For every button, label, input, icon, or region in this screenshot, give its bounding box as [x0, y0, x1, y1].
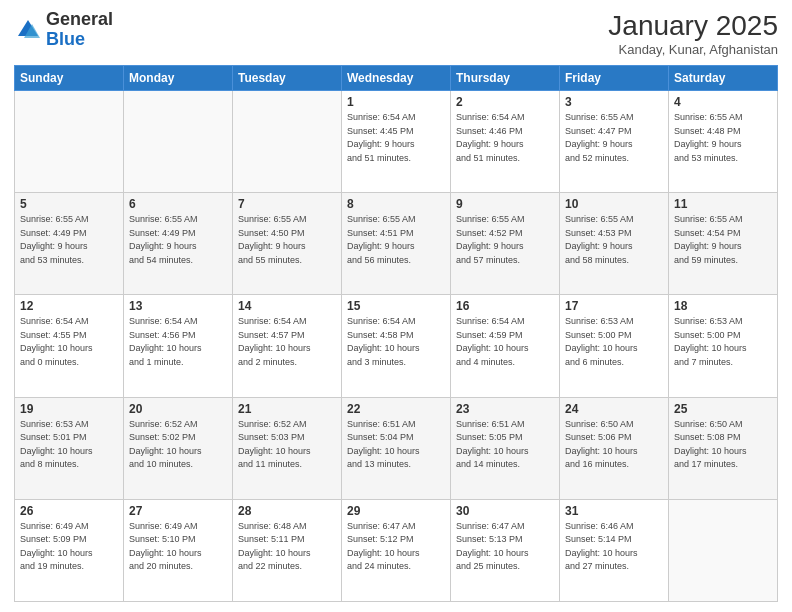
day-info: Sunrise: 6:55 AM Sunset: 4:49 PM Dayligh… [129, 213, 227, 267]
day-info: Sunrise: 6:55 AM Sunset: 4:54 PM Dayligh… [674, 213, 772, 267]
day-info: Sunrise: 6:55 AM Sunset: 4:52 PM Dayligh… [456, 213, 554, 267]
day-number: 28 [238, 504, 336, 518]
day-info: Sunrise: 6:54 AM Sunset: 4:46 PM Dayligh… [456, 111, 554, 165]
day-info: Sunrise: 6:55 AM Sunset: 4:48 PM Dayligh… [674, 111, 772, 165]
calendar-cell: 9Sunrise: 6:55 AM Sunset: 4:52 PM Daylig… [451, 193, 560, 295]
day-info: Sunrise: 6:54 AM Sunset: 4:56 PM Dayligh… [129, 315, 227, 369]
day-info: Sunrise: 6:50 AM Sunset: 5:08 PM Dayligh… [674, 418, 772, 472]
week-row-4: 19Sunrise: 6:53 AM Sunset: 5:01 PM Dayli… [15, 397, 778, 499]
title-block: January 2025 Kanday, Kunar, Afghanistan [608, 10, 778, 57]
logo-text: General Blue [46, 10, 113, 50]
day-info: Sunrise: 6:54 AM Sunset: 4:45 PM Dayligh… [347, 111, 445, 165]
day-number: 25 [674, 402, 772, 416]
day-info: Sunrise: 6:51 AM Sunset: 5:04 PM Dayligh… [347, 418, 445, 472]
day-info: Sunrise: 6:54 AM Sunset: 4:55 PM Dayligh… [20, 315, 118, 369]
day-number: 9 [456, 197, 554, 211]
weekday-header-sunday: Sunday [15, 66, 124, 91]
calendar-cell: 10Sunrise: 6:55 AM Sunset: 4:53 PM Dayli… [560, 193, 669, 295]
weekday-header-row: SundayMondayTuesdayWednesdayThursdayFrid… [15, 66, 778, 91]
day-info: Sunrise: 6:54 AM Sunset: 4:59 PM Dayligh… [456, 315, 554, 369]
day-info: Sunrise: 6:55 AM Sunset: 4:51 PM Dayligh… [347, 213, 445, 267]
weekday-header-tuesday: Tuesday [233, 66, 342, 91]
calendar-cell: 18Sunrise: 6:53 AM Sunset: 5:00 PM Dayli… [669, 295, 778, 397]
calendar-subtitle: Kanday, Kunar, Afghanistan [608, 42, 778, 57]
day-number: 7 [238, 197, 336, 211]
day-number: 20 [129, 402, 227, 416]
day-number: 12 [20, 299, 118, 313]
day-number: 11 [674, 197, 772, 211]
weekday-header-thursday: Thursday [451, 66, 560, 91]
calendar-cell: 3Sunrise: 6:55 AM Sunset: 4:47 PM Daylig… [560, 91, 669, 193]
calendar-cell: 19Sunrise: 6:53 AM Sunset: 5:01 PM Dayli… [15, 397, 124, 499]
day-info: Sunrise: 6:52 AM Sunset: 5:02 PM Dayligh… [129, 418, 227, 472]
day-number: 2 [456, 95, 554, 109]
day-number: 4 [674, 95, 772, 109]
calendar-cell [233, 91, 342, 193]
day-info: Sunrise: 6:47 AM Sunset: 5:13 PM Dayligh… [456, 520, 554, 574]
calendar-cell: 24Sunrise: 6:50 AM Sunset: 5:06 PM Dayli… [560, 397, 669, 499]
day-number: 27 [129, 504, 227, 518]
day-info: Sunrise: 6:53 AM Sunset: 5:00 PM Dayligh… [565, 315, 663, 369]
day-number: 22 [347, 402, 445, 416]
day-info: Sunrise: 6:55 AM Sunset: 4:53 PM Dayligh… [565, 213, 663, 267]
calendar-cell: 7Sunrise: 6:55 AM Sunset: 4:50 PM Daylig… [233, 193, 342, 295]
calendar-title: January 2025 [608, 10, 778, 42]
page: General Blue January 2025 Kanday, Kunar,… [0, 0, 792, 612]
day-number: 5 [20, 197, 118, 211]
day-info: Sunrise: 6:55 AM Sunset: 4:47 PM Dayligh… [565, 111, 663, 165]
calendar-cell: 16Sunrise: 6:54 AM Sunset: 4:59 PM Dayli… [451, 295, 560, 397]
day-number: 26 [20, 504, 118, 518]
calendar-cell [669, 499, 778, 601]
day-number: 30 [456, 504, 554, 518]
calendar-cell: 12Sunrise: 6:54 AM Sunset: 4:55 PM Dayli… [15, 295, 124, 397]
calendar-cell [15, 91, 124, 193]
calendar-cell: 8Sunrise: 6:55 AM Sunset: 4:51 PM Daylig… [342, 193, 451, 295]
day-number: 29 [347, 504, 445, 518]
day-number: 8 [347, 197, 445, 211]
header: General Blue January 2025 Kanday, Kunar,… [14, 10, 778, 57]
calendar-cell: 22Sunrise: 6:51 AM Sunset: 5:04 PM Dayli… [342, 397, 451, 499]
day-info: Sunrise: 6:47 AM Sunset: 5:12 PM Dayligh… [347, 520, 445, 574]
calendar-cell: 13Sunrise: 6:54 AM Sunset: 4:56 PM Dayli… [124, 295, 233, 397]
day-info: Sunrise: 6:53 AM Sunset: 5:00 PM Dayligh… [674, 315, 772, 369]
calendar-cell: 29Sunrise: 6:47 AM Sunset: 5:12 PM Dayli… [342, 499, 451, 601]
day-number: 17 [565, 299, 663, 313]
day-info: Sunrise: 6:53 AM Sunset: 5:01 PM Dayligh… [20, 418, 118, 472]
day-number: 24 [565, 402, 663, 416]
calendar-cell: 25Sunrise: 6:50 AM Sunset: 5:08 PM Dayli… [669, 397, 778, 499]
weekday-header-saturday: Saturday [669, 66, 778, 91]
calendar-cell: 4Sunrise: 6:55 AM Sunset: 4:48 PM Daylig… [669, 91, 778, 193]
day-number: 23 [456, 402, 554, 416]
logo: General Blue [14, 10, 113, 50]
day-info: Sunrise: 6:48 AM Sunset: 5:11 PM Dayligh… [238, 520, 336, 574]
day-number: 10 [565, 197, 663, 211]
week-row-5: 26Sunrise: 6:49 AM Sunset: 5:09 PM Dayli… [15, 499, 778, 601]
calendar-cell: 26Sunrise: 6:49 AM Sunset: 5:09 PM Dayli… [15, 499, 124, 601]
day-info: Sunrise: 6:55 AM Sunset: 4:49 PM Dayligh… [20, 213, 118, 267]
calendar-cell: 5Sunrise: 6:55 AM Sunset: 4:49 PM Daylig… [15, 193, 124, 295]
day-number: 31 [565, 504, 663, 518]
calendar-cell: 1Sunrise: 6:54 AM Sunset: 4:45 PM Daylig… [342, 91, 451, 193]
week-row-1: 1Sunrise: 6:54 AM Sunset: 4:45 PM Daylig… [15, 91, 778, 193]
day-info: Sunrise: 6:54 AM Sunset: 4:57 PM Dayligh… [238, 315, 336, 369]
calendar-cell: 15Sunrise: 6:54 AM Sunset: 4:58 PM Dayli… [342, 295, 451, 397]
calendar-cell: 14Sunrise: 6:54 AM Sunset: 4:57 PM Dayli… [233, 295, 342, 397]
calendar-cell: 28Sunrise: 6:48 AM Sunset: 5:11 PM Dayli… [233, 499, 342, 601]
day-info: Sunrise: 6:55 AM Sunset: 4:50 PM Dayligh… [238, 213, 336, 267]
day-info: Sunrise: 6:46 AM Sunset: 5:14 PM Dayligh… [565, 520, 663, 574]
day-info: Sunrise: 6:49 AM Sunset: 5:09 PM Dayligh… [20, 520, 118, 574]
day-info: Sunrise: 6:54 AM Sunset: 4:58 PM Dayligh… [347, 315, 445, 369]
day-info: Sunrise: 6:52 AM Sunset: 5:03 PM Dayligh… [238, 418, 336, 472]
calendar-cell: 20Sunrise: 6:52 AM Sunset: 5:02 PM Dayli… [124, 397, 233, 499]
calendar-cell: 17Sunrise: 6:53 AM Sunset: 5:00 PM Dayli… [560, 295, 669, 397]
calendar-cell: 31Sunrise: 6:46 AM Sunset: 5:14 PM Dayli… [560, 499, 669, 601]
day-number: 21 [238, 402, 336, 416]
day-number: 19 [20, 402, 118, 416]
day-info: Sunrise: 6:49 AM Sunset: 5:10 PM Dayligh… [129, 520, 227, 574]
day-number: 14 [238, 299, 336, 313]
day-number: 13 [129, 299, 227, 313]
day-number: 18 [674, 299, 772, 313]
calendar-cell: 21Sunrise: 6:52 AM Sunset: 5:03 PM Dayli… [233, 397, 342, 499]
day-info: Sunrise: 6:50 AM Sunset: 5:06 PM Dayligh… [565, 418, 663, 472]
calendar-table: SundayMondayTuesdayWednesdayThursdayFrid… [14, 65, 778, 602]
